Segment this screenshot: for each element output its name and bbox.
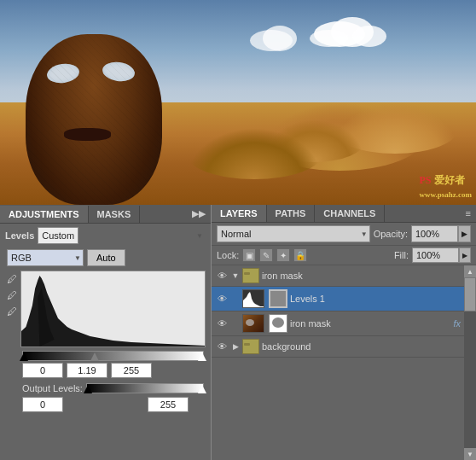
levels-select-arrow: ▼ — [196, 232, 203, 240]
layer-item-group-iron-mask[interactable]: 👁 ▼ iron mask — [212, 265, 464, 287]
lock-all-icon[interactable]: 🔒 — [293, 248, 307, 262]
opacity-input[interactable] — [411, 225, 458, 242]
layer-expand-bg[interactable]: ▶ — [231, 342, 240, 351]
blend-opacity-row: Normal ▼ Opacity: ▶ — [212, 223, 476, 246]
layers-panel: LAYERS PATHS CHANNELS ≡ Normal ▼ Opacity… — [212, 205, 476, 460]
eyedropper-tools: 🖊 🖊 🖊 — [5, 271, 19, 347]
histogram-svg — [21, 271, 205, 346]
lock-fill-row: Lock: ▣ ✎ ✦ 🔒 Fill: ▶ — [212, 246, 476, 265]
output-spacer — [67, 397, 144, 412]
watermark-site: 爱好者 — [434, 174, 465, 186]
channel-select-wrapper: RGB ▼ — [7, 249, 84, 266]
white-point-value[interactable]: 255 — [111, 363, 152, 378]
fill-label: Fill: — [394, 250, 409, 260]
fill-arrow[interactable]: ▶ — [459, 247, 471, 263]
white-point-slider[interactable] — [198, 352, 206, 361]
ironmask-fx-badge: fx — [453, 318, 461, 329]
bottom-panels: ADJUSTMENTS MASKS ▶▶ Levels Custom ▼ RGB… — [0, 205, 476, 460]
mask-figure — [9, 9, 179, 205]
tab-paths[interactable]: PATHS — [267, 205, 316, 222]
input-slider-container — [0, 349, 211, 361]
output-black-slider[interactable] — [84, 385, 92, 393]
lock-paint-icon[interactable]: ✎ — [259, 248, 273, 262]
fill-control: ▶ — [412, 247, 471, 263]
levels-thumb — [242, 289, 264, 308]
adjustments-panel: ADJUSTMENTS MASKS ▶▶ Levels Custom ▼ RGB… — [0, 205, 212, 460]
panel-menu-arrow[interactable]: ▶▶ — [187, 205, 211, 223]
levels-preset-select[interactable]: Custom — [38, 227, 78, 244]
lock-label: Lock: — [217, 250, 239, 260]
watermark: PS 爱好者 www.psahz.com — [419, 173, 472, 201]
scroll-down-button[interactable]: ▼ — [464, 448, 476, 460]
layer-eye-ironmask[interactable]: 👁 — [215, 317, 229, 330]
layer-eye-background[interactable]: 👁 — [215, 340, 229, 353]
black-point-eyedropper[interactable]: 🖊 — [5, 272, 19, 286]
svg-rect-4 — [244, 272, 250, 275]
svg-rect-8 — [244, 343, 250, 346]
black-point-value[interactable]: 0 — [22, 363, 63, 378]
tab-layers[interactable]: LAYERS — [212, 205, 267, 222]
output-label: Output Levels: — [22, 383, 83, 393]
layers-list-container: 👁 ▼ iron mask 👁 — [212, 265, 476, 460]
watermark-ps: PS — [419, 174, 431, 186]
background-layer-name: background — [262, 341, 461, 352]
opacity-control: ▶ — [411, 225, 471, 242]
output-slider-track[interactable] — [86, 383, 204, 393]
levels-row: Levels Custom ▼ — [0, 224, 211, 247]
gray-point-eyedropper[interactable]: 🖊 — [5, 288, 19, 302]
blend-mode-select[interactable]: Normal — [217, 225, 370, 242]
tab-adjustments[interactable]: ADJUSTMENTS — [0, 206, 89, 223]
white-point-eyedropper[interactable]: 🖊 — [5, 305, 19, 318]
custom-select-wrapper: Custom ▼ — [38, 227, 206, 244]
layers-scrollbar: ▲ ▼ — [464, 265, 476, 460]
watermark-url: www.psahz.com — [419, 190, 472, 199]
group-layer-name: iron mask — [262, 271, 461, 281]
histogram-section: 🖊 🖊 🖊 — [5, 271, 206, 347]
output-values-row: 0 255 — [0, 395, 211, 414]
auto-button[interactable]: Auto — [87, 249, 125, 266]
black-point-slider[interactable] — [20, 352, 28, 361]
tab-channels[interactable]: CHANNELS — [315, 205, 385, 222]
output-row: Output Levels: — [0, 380, 211, 395]
lock-transparency-icon[interactable]: ▣ — [242, 248, 256, 262]
layer-item-background[interactable]: 👁 ▶ background — [212, 336, 464, 358]
blend-mode-wrapper: Normal ▼ — [217, 225, 370, 242]
channel-select[interactable]: RGB — [7, 249, 84, 266]
ironmask-thumb — [242, 314, 264, 333]
input-slider-track[interactable] — [22, 351, 204, 361]
layers-tabs: LAYERS PATHS CHANNELS ≡ — [212, 205, 476, 223]
input-values-row: 0 1.19 255 — [0, 361, 211, 380]
output-white-value[interactable]: 255 — [148, 397, 189, 412]
histogram — [20, 271, 206, 347]
main-canvas: PS 爱好者 www.psahz.com — [0, 0, 476, 205]
group-folder-icon — [242, 268, 259, 283]
layer-item-levels-1[interactable]: 👁 Levels 1 — [212, 287, 464, 312]
layer-item-iron-mask[interactable]: 👁 iron mask fx — [212, 312, 464, 336]
scroll-track — [464, 277, 476, 448]
scroll-up-button[interactable]: ▲ — [464, 265, 476, 277]
opacity-label: Opacity: — [374, 229, 408, 239]
fill-input[interactable] — [412, 247, 459, 263]
output-black-value[interactable]: 0 — [22, 397, 63, 412]
lock-move-icon[interactable]: ✦ — [276, 248, 290, 262]
scroll-thumb[interactable] — [464, 277, 476, 312]
ironmask-layer-name: iron mask — [290, 318, 450, 329]
levels-mask-thumb — [269, 289, 287, 308]
layers-list: 👁 ▼ iron mask 👁 — [212, 265, 464, 460]
channel-row: RGB ▼ Auto — [0, 247, 211, 268]
layer-eye-levels[interactable]: 👁 — [215, 292, 229, 306]
opacity-arrow[interactable]: ▶ — [458, 225, 471, 242]
adjustments-tabs: ADJUSTMENTS MASKS ▶▶ — [0, 205, 211, 224]
ironmask-mask-thumb — [269, 314, 287, 333]
midpoint-value[interactable]: 1.19 — [67, 363, 107, 378]
levels-layer-name: Levels 1 — [290, 294, 461, 304]
output-white-slider[interactable] — [198, 385, 206, 393]
layer-expand-group[interactable]: ▼ — [231, 271, 240, 280]
clouds-2 — [246, 26, 322, 60]
tab-masks[interactable]: MASKS — [89, 206, 141, 223]
layers-panel-menu[interactable]: ≡ — [461, 205, 476, 222]
levels-label: Levels — [5, 230, 34, 241]
bg-folder-icon — [242, 339, 259, 354]
midpoint-slider[interactable] — [90, 352, 99, 361]
layer-eye-group[interactable]: 👁 — [215, 269, 229, 282]
